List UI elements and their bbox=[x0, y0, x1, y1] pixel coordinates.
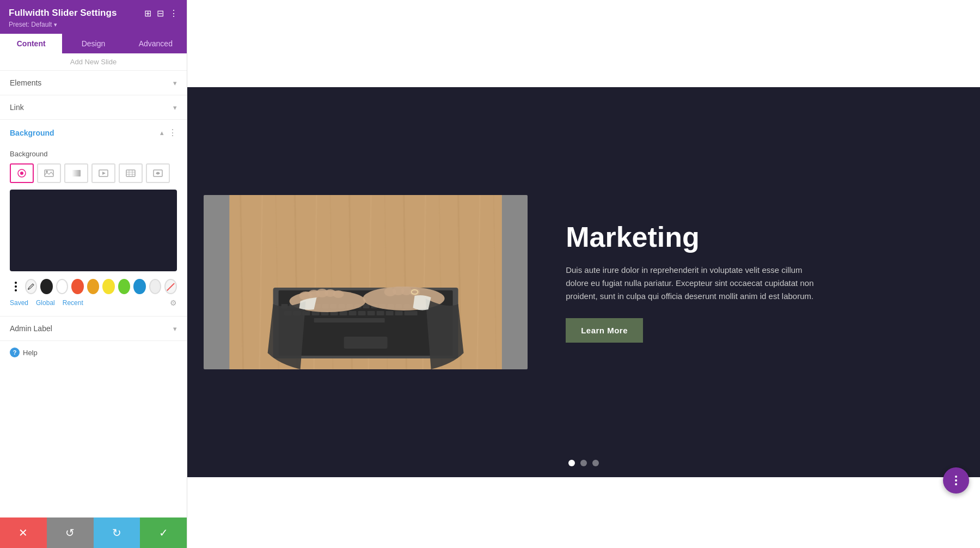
slide-heading: Marketing bbox=[566, 222, 947, 253]
bg-color-preview[interactable] bbox=[10, 190, 177, 271]
swatch-red[interactable] bbox=[71, 279, 84, 294]
svg-rect-50 bbox=[377, 311, 384, 315]
redo-button[interactable]: ↻ bbox=[94, 517, 140, 548]
slide-body-text: Duis aute irure dolor in reprehenderit i… bbox=[566, 264, 827, 303]
copy-icon[interactable]: ⊞ bbox=[144, 8, 151, 19]
tab-advanced[interactable]: Advanced bbox=[125, 34, 187, 53]
floating-menu-button[interactable] bbox=[943, 467, 969, 494]
undo-button[interactable]: ↺ bbox=[47, 517, 94, 548]
sidebar: Fullwidth Slider Settings ⊞ ⊟ ⋮ Preset: … bbox=[0, 0, 187, 548]
svg-point-3 bbox=[46, 171, 48, 173]
slide-dot-3[interactable] bbox=[592, 460, 599, 466]
section-admin-label: Admin Label ▾ bbox=[0, 316, 187, 341]
sidebar-title: Fullwidth Slider Settings bbox=[9, 8, 117, 19]
bg-type-pattern-btn[interactable] bbox=[119, 163, 143, 183]
slide-image bbox=[204, 195, 528, 369]
global-tab[interactable]: Global bbox=[36, 299, 55, 307]
tab-design[interactable]: Design bbox=[62, 34, 124, 53]
section-elements-chevron: ▾ bbox=[173, 79, 177, 87]
section-elements-header[interactable]: Elements ▾ bbox=[0, 71, 187, 95]
svg-rect-55 bbox=[344, 337, 388, 349]
svg-rect-46 bbox=[340, 311, 347, 315]
svg-marker-6 bbox=[102, 172, 106, 175]
section-elements: Elements ▾ bbox=[0, 71, 187, 95]
recent-tab[interactable]: Recent bbox=[63, 299, 83, 307]
slide-dot-1[interactable] bbox=[568, 460, 575, 466]
sidebar-header: Fullwidth Slider Settings ⊞ ⊟ ⋮ Preset: … bbox=[0, 0, 187, 34]
section-link-header[interactable]: Link ▾ bbox=[0, 95, 187, 119]
svg-rect-7 bbox=[126, 170, 135, 176]
svg-rect-54 bbox=[314, 318, 385, 322]
section-background-header[interactable]: Background ▴ ⋮ bbox=[0, 120, 187, 145]
slide-dot-2[interactable] bbox=[580, 460, 587, 466]
swatch-light[interactable] bbox=[149, 279, 162, 294]
slider-area: Marketing Duis aute irure dolor in repre… bbox=[187, 87, 980, 477]
svg-rect-49 bbox=[367, 311, 375, 315]
minimize-icon[interactable]: ⊟ bbox=[157, 8, 164, 19]
bg-type-video-btn[interactable] bbox=[91, 163, 115, 183]
swatch-green[interactable] bbox=[118, 279, 131, 294]
slide-text-container: Marketing Duis aute irure dolor in repre… bbox=[544, 200, 980, 364]
svg-point-62 bbox=[333, 290, 344, 298]
sidebar-tabs: Content Design Advanced bbox=[0, 34, 187, 53]
section-background: Background ▴ ⋮ Background bbox=[0, 120, 187, 316]
bg-type-buttons bbox=[10, 163, 177, 183]
sidebar-header-icons: ⊞ ⊟ ⋮ bbox=[144, 8, 178, 19]
main-top-area bbox=[187, 0, 980, 87]
bg-type-color-btn[interactable] bbox=[10, 163, 34, 183]
preset-arrow-icon: ▾ bbox=[54, 21, 57, 28]
svg-rect-4 bbox=[72, 170, 81, 176]
help-icon: ? bbox=[10, 348, 20, 357]
more-icon[interactable]: ⋮ bbox=[169, 8, 178, 19]
saved-tab[interactable]: Saved bbox=[10, 299, 28, 307]
add-new-slide[interactable]: Add New Slide bbox=[0, 53, 187, 71]
section-link: Link ▾ bbox=[0, 95, 187, 120]
svg-rect-47 bbox=[349, 311, 357, 315]
svg-rect-52 bbox=[395, 311, 403, 315]
svg-point-1 bbox=[20, 172, 23, 175]
section-background-actions: ▴ ⋮ bbox=[160, 127, 177, 138]
section-admin-chevron: ▾ bbox=[173, 325, 177, 333]
slide-image-container bbox=[187, 87, 544, 477]
cancel-button[interactable]: ✕ bbox=[0, 517, 47, 548]
svg-rect-53 bbox=[405, 311, 418, 315]
help-label: Help bbox=[23, 349, 38, 357]
main-content: Marketing Duis aute irure dolor in repre… bbox=[187, 0, 980, 548]
learn-more-button[interactable]: Learn More bbox=[566, 318, 643, 343]
sidebar-preset: Preset: Default ▾ bbox=[9, 21, 178, 28]
swatch-blue[interactable] bbox=[133, 279, 146, 294]
svg-rect-51 bbox=[386, 311, 394, 315]
section-admin-title: Admin Label bbox=[10, 324, 52, 333]
section-link-title: Link bbox=[10, 103, 24, 112]
swatch-yellow[interactable] bbox=[102, 279, 115, 294]
bg-type-image-btn[interactable] bbox=[37, 163, 61, 183]
slide-dots bbox=[568, 460, 599, 466]
color-swatches bbox=[10, 279, 177, 294]
svg-rect-48 bbox=[358, 311, 366, 315]
save-button[interactable]: ✓ bbox=[140, 517, 187, 548]
bg-type-mask-btn[interactable] bbox=[146, 163, 170, 183]
section-background-more-icon[interactable]: ⋮ bbox=[168, 127, 177, 138]
section-link-chevron: ▾ bbox=[173, 103, 177, 112]
section-background-chevron: ▴ bbox=[160, 129, 164, 137]
saved-settings-icon[interactable]: ⚙ bbox=[170, 299, 177, 307]
eyedropper-btn[interactable] bbox=[25, 279, 38, 294]
swatch-orange[interactable] bbox=[87, 279, 100, 294]
help-section[interactable]: ? Help bbox=[0, 341, 187, 364]
swatch-white[interactable] bbox=[56, 279, 69, 294]
section-elements-title: Elements bbox=[10, 78, 41, 87]
slide-content: Marketing Duis aute irure dolor in repre… bbox=[187, 87, 980, 477]
floating-dots-icon bbox=[955, 476, 957, 485]
main-bottom-area bbox=[187, 477, 980, 548]
section-background-content: Background bbox=[0, 145, 187, 316]
section-background-title: Background bbox=[10, 129, 54, 137]
svg-point-13 bbox=[28, 288, 29, 290]
section-admin-header[interactable]: Admin Label ▾ bbox=[0, 316, 187, 340]
swatch-black[interactable] bbox=[40, 279, 53, 294]
tab-content[interactable]: Content bbox=[0, 34, 62, 53]
svg-rect-32 bbox=[363, 304, 370, 308]
bg-type-gradient-btn[interactable] bbox=[64, 163, 88, 183]
swatch-none[interactable] bbox=[164, 279, 177, 294]
saved-global-recent-tabs: Saved Global Recent ⚙ bbox=[10, 299, 177, 307]
color-dots-btn[interactable] bbox=[10, 279, 22, 294]
